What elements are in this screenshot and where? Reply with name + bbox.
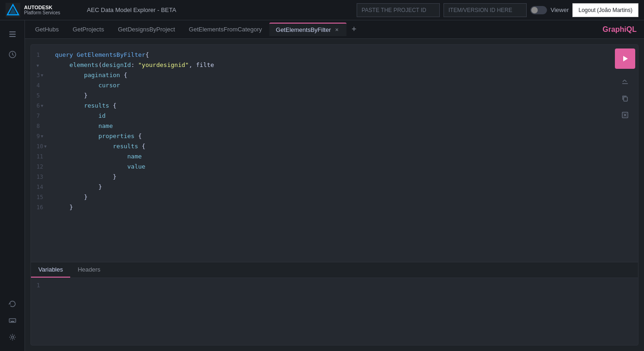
editor-sidebar-btns [612, 45, 638, 262]
code-line-1: 1 query GetElementsByFilter{ [31, 50, 612, 61]
refresh-icon [8, 300, 17, 308]
code-line-2: ▼ elements(designId: "yourdesignid", fil… [31, 61, 612, 71]
sidebar-icon-refresh[interactable] [4, 296, 21, 312]
editor-top: 1 query GetElementsByFilter{ ▼ elements(… [31, 45, 638, 262]
viewer-toggle: Viewer [530, 6, 569, 14]
svg-rect-4 [9, 34, 16, 35]
tab-gethubs[interactable]: GetHubs [29, 23, 65, 36]
bottom-tab-headers[interactable]: Headers [70, 262, 108, 278]
code-line-13: 13 } [31, 172, 612, 182]
sidebar-icon-settings[interactable] [4, 329, 21, 345]
main-layout: GetHubs GetProjects GetDesignsByProject … [0, 20, 644, 351]
sidebar-icon-keyboard[interactable] [4, 312, 21, 329]
code-line-11: 11 name [31, 152, 612, 162]
bottom-content[interactable]: 1 [31, 278, 638, 345]
code-line-15: 15 } [31, 193, 612, 203]
logo-text: AUTODESK Platform Services [24, 5, 60, 15]
keyboard-icon [8, 316, 17, 325]
sidebar-icon-list[interactable] [4, 26, 21, 42]
editor-area: 1 query GetElementsByFilter{ ▼ elements(… [25, 39, 644, 351]
clear-icon [621, 111, 629, 119]
editor-panel: 1 query GetElementsByFilter{ ▼ elements(… [30, 44, 638, 345]
code-line-3: 3 ▼ pagination { [31, 71, 612, 81]
content-area: GetHubs GetProjects GetDesignsByProject … [25, 20, 644, 351]
run-query-button[interactable] [615, 48, 635, 69]
code-line-16: 16 } [31, 203, 612, 213]
tab-getelementsbyfilter[interactable]: GetElementsByFilter ✕ [269, 23, 346, 36]
app-title: AEC Data Model Explorer - BETA [87, 6, 349, 13]
tabs-bar: GetHubs GetProjects GetDesignsByProject … [25, 20, 644, 39]
svg-line-15 [625, 80, 626, 82]
sidebar [0, 20, 25, 351]
copy-icon [621, 95, 629, 102]
viewer-label: Viewer [551, 6, 569, 13]
copy-button[interactable] [618, 91, 632, 106]
logout-button[interactable]: Logout (João Martins) [572, 3, 638, 17]
code-line-6: 6 ▼ results { [31, 101, 612, 111]
svg-rect-3 [9, 31, 16, 32]
tab-getdesignsbyproject[interactable]: GetDesignsByProject [111, 23, 182, 36]
item-version-input[interactable] [444, 3, 527, 17]
tab-add-button[interactable]: + [347, 23, 360, 36]
sidebar-icon-history[interactable] [4, 46, 21, 63]
bottom-tab-variables[interactable]: Variables [31, 262, 70, 278]
toggle-knob [531, 7, 538, 13]
tab-getprojects[interactable]: GetProjects [66, 23, 110, 36]
settings-icon [8, 333, 17, 341]
svg-marker-13 [623, 56, 628, 61]
logo-area: AUTODESK Platform Services [6, 3, 79, 18]
play-icon [621, 54, 629, 63]
history-icon [8, 50, 17, 59]
code-line-8: 8 name [31, 121, 612, 132]
svg-point-12 [11, 336, 13, 339]
tab-close-getelementsbyfilter[interactable]: ✕ [334, 27, 340, 33]
code-line-4: 4 cursor [31, 81, 612, 91]
autodesk-logo [6, 3, 20, 18]
svg-line-14 [623, 80, 625, 82]
header-inputs: Viewer Logout (João Martins) [357, 3, 638, 17]
graphiql-label: GraphiQL [602, 25, 640, 34]
list-icon [8, 30, 17, 38]
code-line-10: 10 ▼ results { [31, 142, 612, 152]
bottom-line-num: 1 [36, 282, 40, 289]
code-line-12: 12 value [31, 162, 612, 172]
code-line-5: 5 } [31, 91, 612, 101]
code-editor[interactable]: 1 query GetElementsByFilter{ ▼ elements(… [31, 45, 612, 262]
bottom-panel: Variables Headers 1 [31, 262, 638, 345]
viewer-toggle-switch[interactable] [530, 6, 547, 14]
prettify-button[interactable] [618, 74, 632, 89]
code-line-9: 9 ▼ properties { [31, 132, 612, 142]
clear-button[interactable] [618, 108, 632, 122]
bottom-tabs: Variables Headers [31, 262, 638, 278]
svg-rect-17 [624, 97, 627, 101]
project-id-input[interactable] [357, 3, 440, 17]
code-line-14: 14 } [31, 182, 612, 193]
svg-rect-5 [9, 36, 16, 37]
sidebar-bottom [4, 296, 21, 345]
tab-getelementsfromcategory[interactable]: GetElementsFromCategory [182, 23, 268, 36]
prettify-icon [621, 78, 629, 85]
code-line-7: 7 id [31, 111, 612, 121]
header: AUTODESK Platform Services AEC Data Mode… [0, 0, 644, 20]
